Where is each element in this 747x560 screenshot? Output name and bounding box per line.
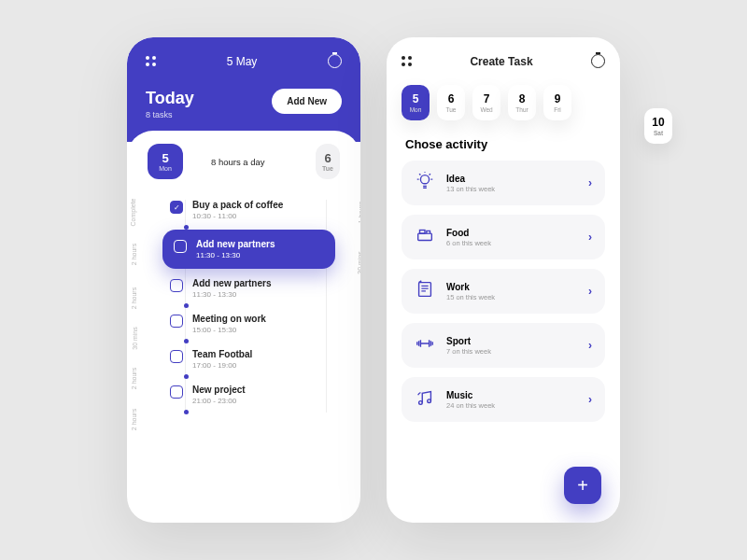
activity-item[interactable]: Food6 on this week › bbox=[402, 215, 605, 259]
day-overflow[interactable]: 10 Sat bbox=[644, 108, 672, 144]
duration-label: 2 hours bbox=[131, 368, 137, 389]
duration-label-right: 1 hours bbox=[358, 202, 360, 223]
task-list: Complete 2 hours 2 hours 30 mins 2 hours… bbox=[127, 192, 360, 413]
svg-rect-2 bbox=[420, 231, 426, 234]
today-header: 5 May Today 8 tasks Add New bbox=[127, 37, 360, 142]
task-time: 11:30 - 13:30 bbox=[196, 251, 275, 259]
activity-name: Sport bbox=[446, 336, 491, 346]
task-item[interactable]: Add new partners11:30 - 13:30 bbox=[170, 271, 340, 306]
activity-item[interactable]: Idea13 on this week › bbox=[402, 161, 605, 205]
chevron-right-icon: › bbox=[588, 285, 592, 298]
work-icon bbox=[415, 279, 435, 303]
activity-item[interactable]: Work15 on this week › bbox=[402, 269, 605, 314]
chevron-right-icon: › bbox=[588, 231, 592, 244]
day-chip[interactable]: 7Wed bbox=[472, 85, 500, 120]
add-new-button[interactable]: Add New bbox=[272, 89, 342, 114]
task-title: Buy a pack of coffee bbox=[192, 200, 283, 210]
menu-dots-icon[interactable] bbox=[146, 56, 156, 66]
task-count: 8 tasks bbox=[146, 110, 194, 119]
day-chip[interactable]: 5Mon bbox=[402, 85, 430, 120]
day-selected[interactable]: 5 Mon bbox=[148, 144, 183, 179]
day-picker: 5Mon6Tue7Wed8Thur9Fri bbox=[402, 85, 605, 120]
task-title: Meeting on work bbox=[192, 314, 266, 324]
activity-count: 13 on this week bbox=[446, 185, 495, 193]
duration-label-right: 30 mins bbox=[357, 251, 360, 274]
task-title: Add new partners bbox=[192, 278, 271, 288]
task-title: Team Footbal bbox=[192, 349, 252, 359]
task-checkbox[interactable]: ✓ bbox=[170, 201, 183, 214]
activity-count: 24 on this week bbox=[446, 401, 495, 410]
task-item[interactable]: Meeting on work15:00 - 15:30 bbox=[170, 306, 340, 342]
svg-point-4 bbox=[419, 401, 423, 405]
task-checkbox[interactable] bbox=[170, 315, 183, 328]
day-chip[interactable]: 8Thur bbox=[508, 85, 536, 120]
task-time: 15:00 - 15:30 bbox=[192, 326, 266, 334]
svg-rect-1 bbox=[418, 233, 432, 240]
activity-count: 15 on this week bbox=[446, 293, 495, 301]
task-item[interactable]: New project21:00 - 23:00 bbox=[170, 377, 340, 413]
duration-label: 2 hours bbox=[131, 409, 137, 430]
today-heading: Today bbox=[146, 89, 194, 108]
task-checkbox[interactable] bbox=[170, 385, 183, 399]
task-time: 11:30 - 13:30 bbox=[192, 290, 271, 299]
create-title: Create Task bbox=[470, 55, 532, 68]
duration-label: 30 mins bbox=[132, 327, 138, 350]
task-checkbox[interactable] bbox=[170, 350, 183, 363]
phone-create: Create Task 5Mon6Tue7Wed8Thur9Fri Chose … bbox=[387, 37, 620, 523]
quota-label: 8 hours a day bbox=[211, 157, 265, 167]
svg-rect-3 bbox=[419, 283, 431, 297]
phone-today: 5 May Today 8 tasks Add New 5 Mon 8 hour… bbox=[127, 37, 360, 523]
day-next[interactable]: 6 Tue bbox=[316, 144, 340, 179]
activity-name: Work bbox=[446, 282, 495, 292]
sport-icon bbox=[415, 333, 435, 357]
task-checkbox[interactable] bbox=[170, 279, 183, 292]
timer-icon[interactable] bbox=[328, 54, 342, 68]
duration-label: Complete bbox=[130, 199, 136, 227]
header-date: 5 May bbox=[227, 55, 258, 68]
day-chip[interactable]: 9Fri bbox=[543, 85, 571, 120]
menu-dots-icon[interactable] bbox=[402, 56, 412, 66]
timer-icon[interactable] bbox=[591, 54, 605, 68]
svg-point-0 bbox=[420, 175, 429, 184]
duration-label: 2 hours bbox=[131, 244, 137, 265]
chevron-right-icon: › bbox=[588, 176, 592, 189]
task-time: 10:30 - 11:00 bbox=[192, 212, 283, 220]
food-icon bbox=[415, 225, 435, 249]
task-item[interactable]: Add new partners11:30 - 13:30 bbox=[162, 230, 335, 269]
music-icon bbox=[415, 387, 435, 412]
chevron-right-icon: › bbox=[588, 339, 592, 352]
task-item[interactable]: Team Footbal17:00 - 19:00 bbox=[170, 342, 340, 377]
activity-name: Food bbox=[446, 228, 491, 238]
svg-point-5 bbox=[428, 399, 431, 403]
today-body: 5 Mon 8 hours a day 6 Tue Complete 2 hou… bbox=[127, 131, 360, 413]
task-title: Add new partners bbox=[196, 239, 275, 249]
day-chip[interactable]: 6Tue bbox=[437, 85, 465, 120]
task-time: 17:00 - 19:00 bbox=[192, 361, 252, 370]
activity-count: 6 on this week bbox=[446, 239, 491, 247]
activity-count: 7 on this week bbox=[446, 347, 491, 356]
fab-add-button[interactable]: + bbox=[564, 467, 601, 504]
activity-item[interactable]: Sport7 on this week › bbox=[402, 323, 605, 368]
section-heading: Chose activity bbox=[405, 137, 605, 151]
chevron-right-icon: › bbox=[588, 393, 592, 406]
activity-name: Music bbox=[446, 390, 495, 400]
timeline-dot bbox=[184, 410, 189, 414]
idea-icon bbox=[415, 171, 435, 195]
task-title: New project bbox=[192, 385, 246, 395]
duration-label: 2 hours bbox=[131, 287, 137, 309]
task-checkbox[interactable] bbox=[174, 240, 187, 253]
task-item[interactable]: ✓ Buy a pack of coffee10:30 - 11:00 bbox=[170, 192, 340, 228]
activity-list: Idea13 on this week › Food6 on this week… bbox=[402, 161, 605, 422]
task-time: 21:00 - 23:00 bbox=[192, 397, 246, 405]
activity-name: Idea bbox=[446, 174, 495, 184]
activity-item[interactable]: Music24 on this week › bbox=[402, 377, 605, 422]
